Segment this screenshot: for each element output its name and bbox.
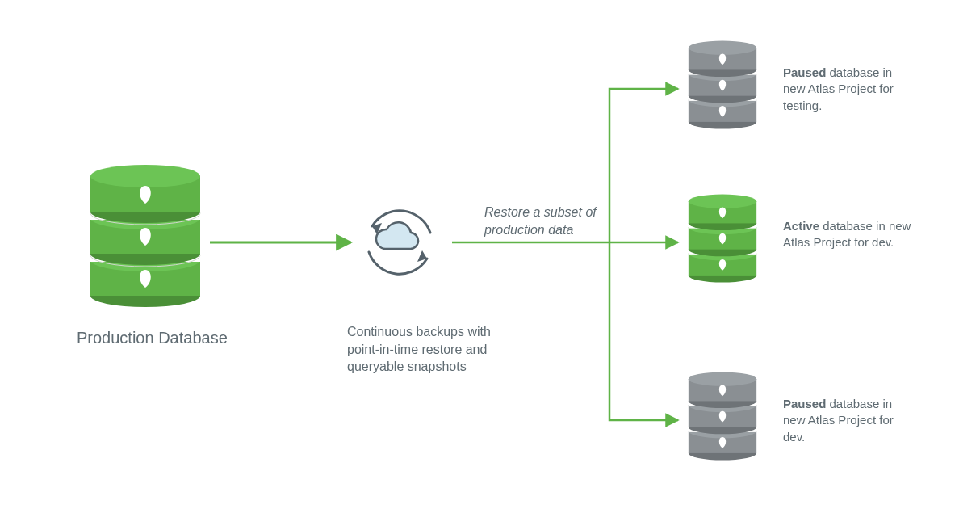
target-active-label: Active database in new Atlas Project for… [783,218,912,251]
production-db-label: Production Database [77,327,238,349]
target-db-dev-icon [689,372,756,460]
target-dev-status: Paused [783,397,826,410]
svg-point-12 [90,165,200,187]
target-dev-label: Paused database in new Atlas Project for… [783,396,912,445]
restore-caption: Restore a subset of production data [484,204,605,238]
target-db-testing-icon [689,40,756,128]
svg-point-28 [689,40,756,54]
edge-branch-t1 [609,89,678,242]
svg-point-39 [689,194,756,208]
diagram-canvas: { "labels": { "production_title": "Produ… [0,0,980,509]
target-testing-label: Paused database in new Atlas Project for… [783,65,912,114]
svg-point-50 [689,372,756,385]
backup-caption: Continuous backups with point-in-time re… [347,323,509,376]
target-db-active-icon [689,194,756,282]
edge-branch-t3 [609,242,678,420]
target-testing-status: Paused [783,65,826,79]
cloud-sync-icon [355,198,444,287]
production-database-icon [90,165,200,307]
target-active-status: Active [783,219,819,233]
